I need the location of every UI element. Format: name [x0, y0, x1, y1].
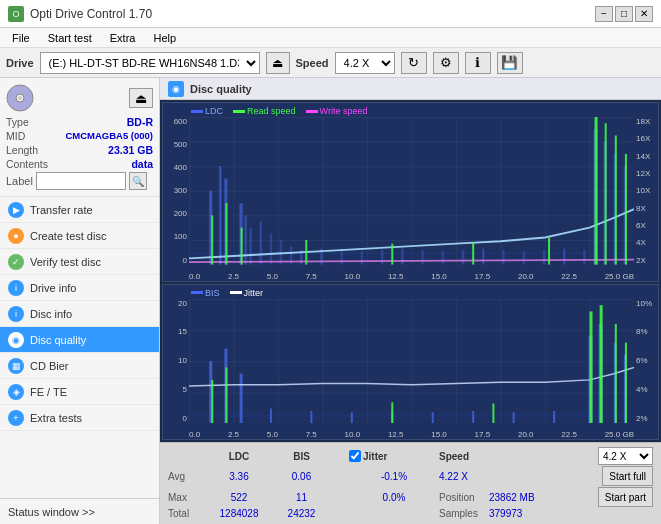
- svg-rect-64: [211, 379, 213, 423]
- ldc-chart: LDC Read speed Write speed 600 500 400: [162, 102, 659, 282]
- sidebar-item-create-test-disc[interactable]: ● Create test disc: [0, 223, 159, 249]
- svg-point-2: [18, 96, 22, 100]
- length-value: 23.31 GB: [108, 144, 153, 156]
- disc-icon: [6, 84, 34, 112]
- sidebar-item-cd-bier[interactable]: ▦ CD Bier: [0, 353, 159, 379]
- create-test-disc-label: Create test disc: [30, 230, 106, 242]
- type-key: Type: [6, 116, 29, 128]
- svg-rect-23: [442, 251, 444, 265]
- total-ldc: 1284028: [204, 508, 274, 519]
- menu-file[interactable]: File: [4, 30, 38, 46]
- speed-label: Speed: [296, 57, 329, 69]
- svg-rect-69: [625, 342, 627, 423]
- stats-bar: LDC BIS Jitter Speed 4.2 X Avg 3.36 0.0: [160, 442, 661, 524]
- minimize-button[interactable]: −: [595, 6, 613, 22]
- svg-rect-26: [503, 250, 505, 265]
- jitter-checkbox[interactable]: [349, 450, 361, 462]
- window-controls: − □ ✕: [595, 6, 653, 22]
- svg-rect-37: [241, 228, 243, 265]
- ldc-chart-svg: [189, 117, 634, 265]
- sidebar-item-extra-tests[interactable]: + Extra tests: [0, 405, 159, 431]
- ldc-header: LDC: [204, 451, 274, 462]
- svg-rect-28: [543, 250, 545, 265]
- legend-jitter: Jitter: [244, 288, 264, 298]
- svg-rect-39: [605, 123, 607, 264]
- sidebar-item-drive-info[interactable]: i Drive info: [0, 275, 159, 301]
- contents-row: Contents data: [6, 158, 153, 170]
- sidebar-item-disc-quality[interactable]: ◉ Disc quality: [0, 327, 159, 353]
- max-ldc: 522: [204, 492, 274, 503]
- label-input[interactable]: [36, 172, 126, 190]
- main-layout: ⏏ Type BD-R MID CMCMAGBA5 (000) Length 2…: [0, 78, 661, 524]
- maximize-button[interactable]: □: [615, 6, 633, 22]
- drive-select[interactable]: (E:) HL-DT-ST BD-RE WH16NS48 1.D3: [40, 52, 260, 74]
- status-window-button[interactable]: Status window >>: [0, 498, 159, 524]
- label-key: Label: [6, 175, 33, 187]
- title-bar: O Opti Drive Control 1.70 − □ ✕: [0, 0, 661, 28]
- length-row: Length 23.31 GB: [6, 144, 153, 156]
- svg-rect-58: [513, 412, 515, 423]
- disc-info-label: Disc info: [30, 308, 72, 320]
- sidebar-item-verify-test-disc[interactable]: ✓ Verify test disc: [0, 249, 159, 275]
- eject-button[interactable]: ⏏: [266, 52, 290, 74]
- start-part-button[interactable]: Start part: [598, 487, 653, 507]
- svg-rect-18: [341, 250, 343, 265]
- drive-info-label: Drive info: [30, 282, 76, 294]
- transfer-rate-label: Transfer rate: [30, 204, 93, 216]
- sidebar-item-fe-te[interactable]: ◈ FE / TE: [0, 379, 159, 405]
- svg-rect-41: [625, 154, 627, 265]
- svg-rect-9: [219, 166, 221, 264]
- info-button[interactable]: ℹ: [465, 52, 491, 74]
- disc-quality-icon: ◉: [8, 332, 24, 348]
- mid-value: CMCMAGBA5 (000): [65, 130, 153, 142]
- avg-label: Avg: [168, 471, 204, 482]
- svg-rect-10: [245, 215, 247, 264]
- svg-rect-44: [472, 242, 474, 264]
- disc-quality-header: ◉ Disc quality: [160, 78, 661, 100]
- disc-quality-header-icon: ◉: [168, 81, 184, 97]
- svg-rect-20: [381, 250, 383, 265]
- start-full-button[interactable]: Start full: [602, 466, 653, 486]
- svg-rect-30: [583, 250, 585, 265]
- avg-jitter: -0.1%: [349, 471, 439, 482]
- position-label: Position: [439, 492, 489, 503]
- contents-key: Contents: [6, 158, 48, 170]
- close-button[interactable]: ✕: [635, 6, 653, 22]
- sidebar-item-disc-info[interactable]: i Disc info: [0, 301, 159, 327]
- sidebar-item-transfer-rate[interactable]: ▶ Transfer rate: [0, 197, 159, 223]
- svg-rect-54: [351, 412, 353, 423]
- label-button[interactable]: 🔍: [129, 172, 147, 190]
- menu-start-test[interactable]: Start test: [40, 30, 100, 46]
- disc-quality-label: Disc quality: [30, 334, 86, 346]
- refresh-button[interactable]: ↻: [401, 52, 427, 74]
- svg-rect-57: [472, 411, 474, 423]
- svg-rect-71: [492, 403, 494, 423]
- mid-row: MID CMCMAGBA5 (000): [6, 130, 153, 142]
- menu-help[interactable]: Help: [145, 30, 184, 46]
- speed-select-small[interactable]: 4.2 X: [598, 447, 653, 465]
- svg-rect-21: [401, 249, 403, 265]
- settings-button[interactable]: ⚙: [433, 52, 459, 74]
- svg-rect-48: [189, 413, 634, 417]
- legend-bis: BIS: [205, 288, 220, 298]
- svg-rect-29: [563, 249, 565, 265]
- samples-value: 379973: [489, 508, 522, 519]
- save-button[interactable]: 💾: [497, 52, 523, 74]
- legend-write-speed: Write speed: [320, 106, 368, 116]
- menu-extra[interactable]: Extra: [102, 30, 144, 46]
- legend-ldc: LDC: [205, 106, 223, 116]
- fe-te-icon: ◈: [8, 384, 24, 400]
- total-bis: 24232: [274, 508, 329, 519]
- disc-eject-button[interactable]: ⏏: [129, 88, 153, 108]
- length-key: Length: [6, 144, 38, 156]
- avg-bis: 0.06: [274, 471, 329, 482]
- svg-rect-40: [615, 135, 617, 264]
- svg-rect-42: [305, 240, 307, 265]
- transfer-rate-icon: ▶: [8, 202, 24, 218]
- disc-quality-title: Disc quality: [190, 83, 252, 95]
- contents-value: data: [131, 158, 153, 170]
- jitter-header: Jitter: [363, 451, 387, 462]
- verify-test-disc-label: Verify test disc: [30, 256, 101, 268]
- speed-select[interactable]: 4.2 X: [335, 52, 395, 74]
- sidebar: ⏏ Type BD-R MID CMCMAGBA5 (000) Length 2…: [0, 78, 160, 524]
